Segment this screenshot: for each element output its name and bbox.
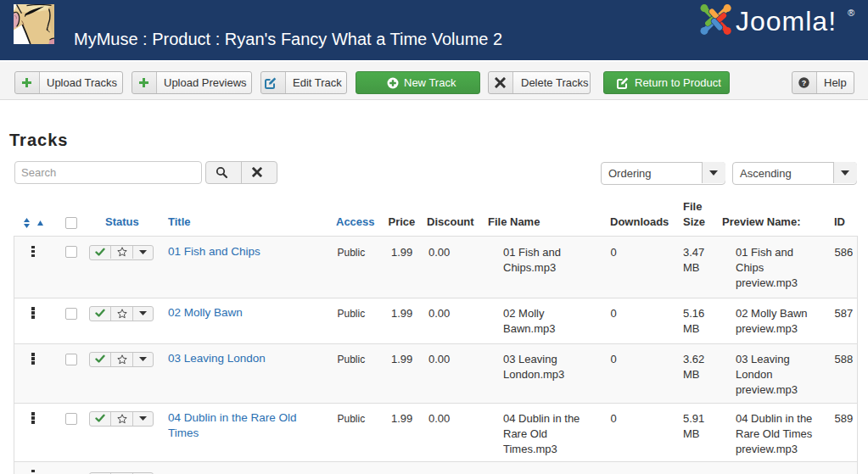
svg-text:?: ? [801,79,806,87]
